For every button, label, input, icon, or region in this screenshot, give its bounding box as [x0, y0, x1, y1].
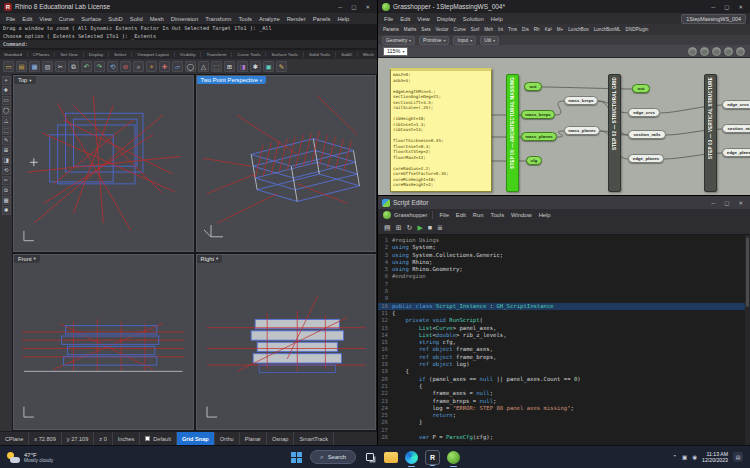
- search-box[interactable]: ⌕ Search: [310, 450, 356, 464]
- side-toolbar-icon[interactable]: ◯: [2, 106, 11, 115]
- toolbar-tab[interactable]: Viewport Layout: [137, 52, 174, 57]
- canvas-widget-icon[interactable]: [700, 47, 709, 56]
- viewport-label[interactable]: Top ▾: [14, 76, 36, 84]
- toolbar-icon[interactable]: ▧: [42, 61, 53, 72]
- viewport-front[interactable]: Front ▾: [13, 254, 194, 431]
- zoom-control[interactable]: 115% ▾: [383, 47, 408, 56]
- gh-subcategory-dropdown[interactable]: Primitive▾: [419, 36, 449, 45]
- gh-config-panel[interactable]: maxZ=0;asb3=3;edgeLengthMin=4.;sectionAn…: [390, 68, 492, 192]
- gh-node-edge_crvs[interactable]: edge_crvs: [722, 100, 750, 109]
- gh-tab[interactable]: LunchBoxML: [593, 27, 622, 32]
- close-button[interactable]: ✕: [735, 4, 746, 10]
- gh-tab[interactable]: DNDPlugin: [625, 27, 650, 32]
- editor-toolbar-icon[interactable]: ⊞: [396, 221, 402, 235]
- editor-toolbar-icon[interactable]: ▤: [384, 221, 391, 235]
- menu-item[interactable]: Transform: [203, 16, 233, 22]
- toolbar-tab[interactable]: Mesh: [363, 52, 377, 57]
- close-button[interactable]: ✕: [362, 4, 373, 10]
- gh-titlebar[interactable]: Grasshopper - 1StepMassingWS_004* ─ ▢ ✕: [378, 0, 750, 13]
- editor-toolbar-icon[interactable]: ≣: [437, 221, 443, 235]
- minimize-button[interactable]: ─: [708, 200, 718, 206]
- gh-node-section_rails[interactable]: section_rails: [628, 130, 666, 139]
- toolbar-icon[interactable]: ✎: [276, 61, 287, 72]
- toolbar-tab[interactable]: SubD: [341, 52, 358, 57]
- canvas-widget-icon[interactable]: [736, 47, 745, 56]
- gh-document-name[interactable]: 1StepMassingWS_004: [681, 14, 746, 24]
- gh-node-mass_planes[interactable]: mass_planes: [521, 132, 557, 141]
- gh-tab[interactable]: Rh: [533, 27, 541, 32]
- command-prompt[interactable]: Command:: [0, 40, 377, 48]
- gh-node-mass_planes[interactable]: mass_planes: [564, 126, 600, 135]
- editor-toolbar-icon[interactable]: ▶: [417, 221, 422, 235]
- file-explorer-button[interactable]: [383, 450, 398, 465]
- gh-group[interactable]: STEP 03 — VERTICAL STRUCTURE: [704, 74, 717, 192]
- start-button[interactable]: [289, 450, 304, 465]
- toolbar-tab[interactable]: Standard: [4, 52, 28, 57]
- gh-subcategory-dropdown[interactable]: Util▾: [480, 36, 499, 45]
- status-cplane[interactable]: CPlane: [0, 432, 29, 446]
- side-toolbar-icon[interactable]: ✂: [2, 176, 11, 185]
- grasshopper-taskbar-button[interactable]: [446, 450, 461, 465]
- side-toolbar-icon[interactable]: △: [2, 116, 11, 125]
- status-toggle[interactable]: Ortho: [215, 432, 240, 445]
- side-toolbar-icon[interactable]: ✱: [2, 206, 11, 215]
- code-editor[interactable]: 1#region Usings2using System;3using Syst…: [378, 235, 750, 445]
- toolbar-tab[interactable]: CPlanes: [33, 52, 56, 57]
- maximize-button[interactable]: ▢: [721, 200, 732, 206]
- viewport-label[interactable]: Right ▾: [197, 255, 223, 263]
- gh-node-cfg[interactable]: cfg: [526, 156, 542, 165]
- menu-item[interactable]: Surface: [79, 16, 103, 22]
- tray-network-icon[interactable]: ▣: [682, 454, 687, 460]
- menu-item[interactable]: File: [438, 212, 451, 218]
- side-toolbar-icon[interactable]: ⧉: [2, 186, 11, 195]
- status-toggle[interactable]: Planar: [240, 432, 267, 445]
- menu-item[interactable]: Run: [471, 212, 486, 218]
- toolbar-icon[interactable]: ⊞: [224, 61, 235, 72]
- rhino-titlebar[interactable]: R Rhino 8 Educational Lab License ─ ▢ ✕: [0, 0, 377, 13]
- maximize-button[interactable]: ▢: [721, 4, 732, 10]
- toolbar-icon[interactable]: ⌕: [133, 61, 144, 72]
- editor-scrollbar[interactable]: [745, 235, 750, 445]
- side-toolbar-icon[interactable]: ▭: [2, 96, 11, 105]
- toolbar-icon[interactable]: ▣: [263, 61, 274, 72]
- menu-item[interactable]: Solid: [128, 16, 145, 22]
- gh-node-edge_planes[interactable]: edge_planes: [628, 154, 664, 163]
- toolbar-icon[interactable]: ◨: [237, 61, 248, 72]
- weather-widget[interactable]: 47°F Mostly cloudy: [0, 446, 60, 468]
- gh-tab[interactable]: Trns: [507, 27, 518, 32]
- gh-tab[interactable]: Surf: [470, 27, 480, 32]
- menu-item[interactable]: Panels: [311, 16, 333, 22]
- toolbar-icon[interactable]: ✂: [55, 61, 66, 72]
- status-layer[interactable]: Default: [140, 432, 177, 446]
- canvas-widget-icon[interactable]: [724, 47, 733, 56]
- menu-item[interactable]: Tools: [236, 16, 254, 22]
- toolbar-icon[interactable]: ↷: [94, 61, 105, 72]
- gh-tab[interactable]: Params: [382, 27, 400, 32]
- menu-item[interactable]: Curve: [57, 16, 76, 22]
- canvas-widget-icon[interactable]: [712, 47, 721, 56]
- gh-subcategory-dropdown[interactable]: Geometry▾: [382, 36, 415, 45]
- scrollbar-thumb[interactable]: [746, 237, 749, 307]
- toolbar-tab[interactable]: Curve Tools: [237, 52, 266, 57]
- gh-node-mass_breps[interactable]: mass_breps: [521, 110, 555, 119]
- toolbar-icon[interactable]: ▦: [29, 61, 40, 72]
- gh-node-edge_planes[interactable]: edge_planes: [722, 148, 750, 157]
- viewport-label[interactable]: Two Point Perspective ▾: [197, 76, 267, 84]
- toolbar-tab[interactable]: Select: [114, 52, 132, 57]
- gh-tab[interactable]: Ka²: [544, 27, 553, 32]
- se-breadcrumb[interactable]: Grasshopper: [383, 211, 433, 219]
- toolbar-icon[interactable]: ▤: [16, 61, 27, 72]
- menu-item[interactable]: Dimension: [169, 16, 200, 22]
- tray-chevron-icon[interactable]: ⌃: [672, 454, 677, 460]
- toolbar-tab[interactable]: Surface Tools: [271, 52, 304, 57]
- side-toolbar-icon[interactable]: ⟲: [2, 166, 11, 175]
- gh-node-edge_crvs[interactable]: edge_crvs: [628, 108, 660, 117]
- toolbar-icon[interactable]: △: [198, 61, 209, 72]
- gh-group[interactable]: STEP 00 — ARCHITECTURAL MASSING: [506, 74, 519, 192]
- menu-item[interactable]: Help: [335, 16, 351, 22]
- side-toolbar-icon[interactable]: ⌖: [2, 76, 11, 85]
- toolbar-icon[interactable]: ▭: [3, 61, 14, 72]
- menu-item[interactable]: Mesh: [148, 16, 166, 22]
- menu-item[interactable]: Solution: [461, 16, 486, 22]
- side-toolbar-icon[interactable]: ⊞: [2, 146, 11, 155]
